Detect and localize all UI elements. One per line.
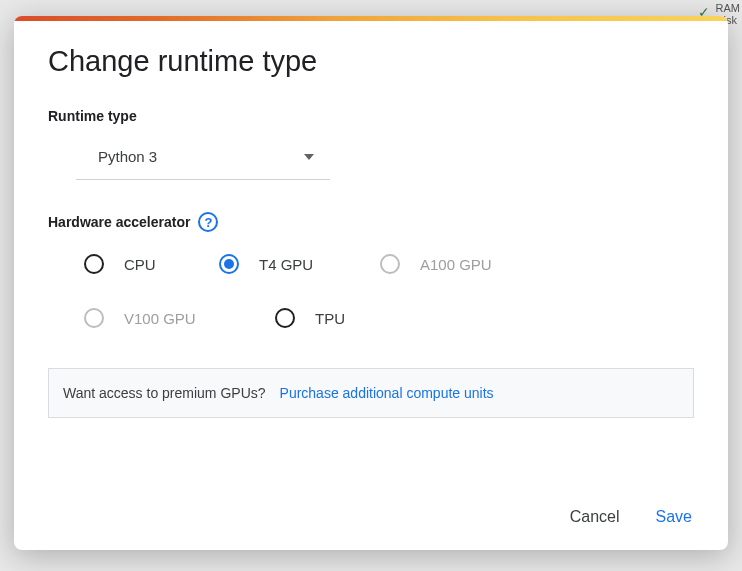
radio-label: CPU <box>124 256 156 273</box>
runtime-settings-dialog: Change runtime type Runtime type Python … <box>14 16 728 550</box>
accelerator-radio-group: CPU T4 GPU A100 GPU V100 GPU TPU <box>84 254 644 328</box>
ram-label: RAM <box>716 2 740 14</box>
premium-gpu-promo: Want access to premium GPUs? Purchase ad… <box>48 368 694 418</box>
accelerator-label: Hardware accelerator <box>48 214 190 230</box>
accelerator-option-cpu[interactable]: CPU <box>84 254 219 274</box>
runtime-type-value: Python 3 <box>98 148 157 165</box>
radio-icon <box>380 254 400 274</box>
dialog-footer: Cancel Save <box>14 490 728 550</box>
runtime-type-select-wrap: Python 3 <box>76 134 694 180</box>
purchase-units-link[interactable]: Purchase additional compute units <box>280 385 494 401</box>
accelerator-option-t4[interactable]: T4 GPU <box>219 254 380 274</box>
dialog-title: Change runtime type <box>48 45 694 78</box>
radio-icon <box>275 308 295 328</box>
accelerator-label-row: Hardware accelerator ? <box>48 212 694 232</box>
radio-label: V100 GPU <box>124 310 196 327</box>
radio-label: T4 GPU <box>259 256 313 273</box>
radio-label: A100 GPU <box>420 256 492 273</box>
save-button[interactable]: Save <box>656 508 692 526</box>
runtime-type-select[interactable]: Python 3 <box>76 134 330 180</box>
accelerator-option-tpu[interactable]: TPU <box>275 308 415 328</box>
chevron-down-icon <box>304 154 314 160</box>
radio-icon <box>219 254 239 274</box>
help-icon[interactable]: ? <box>198 212 218 232</box>
promo-text: Want access to premium GPUs? <box>63 385 266 401</box>
dialog-content: Change runtime type Runtime type Python … <box>14 21 728 490</box>
runtime-type-label: Runtime type <box>48 108 694 124</box>
radio-icon <box>84 308 104 328</box>
cancel-button[interactable]: Cancel <box>570 508 620 526</box>
accelerator-option-v100: V100 GPU <box>84 308 275 328</box>
radio-icon <box>84 254 104 274</box>
accelerator-option-a100: A100 GPU <box>380 254 560 274</box>
radio-label: TPU <box>315 310 345 327</box>
